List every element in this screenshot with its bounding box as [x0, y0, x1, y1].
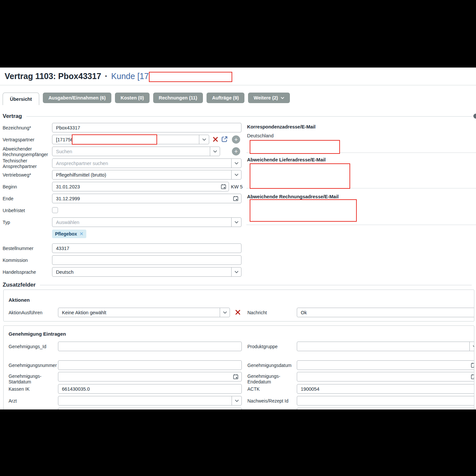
genehmigungsdatum-input[interactable]	[297, 360, 474, 370]
arzt-dropdown-button[interactable]	[232, 396, 242, 406]
field-label-kassen-ik: Kassen IK	[9, 386, 30, 392]
handelssprache-dropdown-button[interactable]	[231, 267, 241, 277]
typ-select[interactable]	[52, 217, 241, 227]
kassen-ik-input[interactable]	[58, 384, 242, 394]
chevron-down-icon	[202, 138, 206, 141]
aktion-ausfuehren-select[interactable]	[58, 308, 230, 317]
add-rechnungsempfaenger-button[interactable]: +	[232, 147, 240, 155]
calendar-icon	[471, 374, 474, 379]
tab-auftraege[interactable]: Aufträge (9)	[207, 93, 244, 103]
field-label-nachweis-rezept-id: Nachweis/Rezept Id	[247, 398, 289, 404]
bezeichnung-input[interactable]	[52, 123, 241, 132]
techn-ansprechpartner-dropdown-button[interactable]	[231, 158, 241, 168]
beginn-calendar-button[interactable]	[221, 184, 226, 189]
title-separator: ·	[105, 71, 107, 81]
app-window: Vertrag 1103: Pbox43317 · Kunde [171756]…	[0, 68, 476, 409]
section-divider	[40, 285, 472, 285]
arzt-select[interactable]	[58, 396, 242, 406]
chevron-down-icon	[473, 345, 474, 348]
startdatum-calendar-button[interactable]	[233, 374, 238, 379]
vertragspartner-dropdown-button[interactable]	[199, 135, 209, 144]
korrespondenz-country: Deutschland	[247, 133, 274, 138]
partial-input-left[interactable]	[58, 408, 242, 409]
page-header: Vertrag 1103: Pbox43317 · Kunde [171756]	[0, 68, 476, 85]
clear-aktion-button[interactable]	[235, 309, 241, 317]
field-label-abw-rechnungsempfaenger: Abweichender Rechnungsempfänger	[3, 146, 51, 157]
vertriebsweg-dropdown-button[interactable]	[231, 170, 241, 180]
section-header-vertrag: Vertrag	[3, 113, 472, 120]
tab-kosten[interactable]: Kosten (0)	[115, 93, 150, 103]
field-label-genehmigungsnummer: Genehmigungsnummer	[9, 363, 57, 368]
clear-x-icon	[212, 136, 218, 142]
calendar-icon	[233, 374, 238, 379]
tab-weitere[interactable]: Weitere (2)	[248, 93, 290, 103]
field-label-kommission: Kommission	[3, 258, 51, 263]
endedatum-calendar-button[interactable]	[471, 374, 474, 379]
field-label-handelssprache: Handelssprache	[3, 269, 51, 275]
field-label-genehmigungs-id: Genehmigungs_Id	[9, 344, 46, 350]
tab-uebersicht[interactable]: Übersicht	[3, 93, 39, 105]
redaction-box-rechnungsadresse	[250, 199, 357, 222]
genehmigung-panel-title: Genehmigung Eintragen	[9, 331, 66, 337]
nachricht-input[interactable]	[297, 308, 474, 317]
tag-label: Pflegebox	[55, 231, 77, 237]
kommission-input[interactable]	[52, 255, 241, 265]
produktgruppe-select[interactable]	[297, 342, 474, 351]
bestellnummer-input[interactable]	[52, 243, 241, 253]
typ-tag-pflegebox: Pflegebox ✕	[52, 230, 86, 238]
open-vertragspartner-button[interactable]	[221, 136, 228, 144]
field-label-actk: ACTK	[247, 386, 260, 392]
field-label-vertriebsweg: Vertriebsweg*	[3, 172, 51, 178]
handelssprache-select[interactable]	[52, 267, 241, 277]
remove-tag-icon[interactable]: ✕	[79, 231, 84, 237]
genehmigungs-id-input[interactable]	[58, 342, 242, 351]
genehmigungsnummer-input[interactable]	[58, 360, 242, 370]
add-vertragspartner-button[interactable]: +	[232, 135, 240, 144]
ende-calendar-button[interactable]	[233, 196, 238, 201]
ende-date-input[interactable]	[52, 194, 241, 203]
aktion-dropdown-button[interactable]	[220, 308, 230, 317]
address-divider	[246, 225, 476, 225]
nachweis-rezept-id-input[interactable]	[297, 396, 474, 406]
field-label-bezeichnung: Bezeichnung*	[3, 125, 51, 131]
chevron-down-icon	[235, 221, 238, 223]
section-divider	[26, 116, 472, 117]
chevron-down-icon	[213, 150, 217, 153]
field-label-bestellnummer: Bestellnummer	[3, 246, 51, 251]
field-label-vertragspartner: Vertragspartner	[3, 137, 51, 143]
redaction-box-lieferadresse	[250, 163, 350, 189]
tab-label: Kosten (0)	[121, 95, 144, 100]
actk-input[interactable]	[297, 384, 474, 394]
page-title: Vertrag 1103: Pbox43317	[5, 71, 101, 81]
genehmigungs-endedatum-input[interactable]	[297, 372, 474, 381]
clear-vertragspartner-button[interactable]	[212, 136, 218, 144]
chevron-down-icon	[223, 311, 227, 314]
abw-rechnungsempfaenger-input[interactable]	[52, 147, 220, 156]
tab-ausgaben-einnahmen[interactable]: Ausgaben/Einnahmen (6)	[43, 93, 111, 103]
tab-label: Rechnungen (11)	[159, 95, 197, 100]
field-label-techn-ansprechpartner: Technischer Ansprechpartner	[3, 158, 51, 169]
genehmigungsdatum-calendar-button[interactable]	[471, 362, 474, 368]
abw-rechnungsempfaenger-dropdown-button[interactable]	[210, 147, 220, 156]
field-label-nachricht: Nachricht	[247, 310, 267, 316]
vertriebsweg-select[interactable]	[52, 170, 241, 180]
partial-input-right[interactable]	[297, 408, 474, 409]
beginn-date-input[interactable]	[52, 182, 229, 191]
tab-label: Ausgaben/Einnahmen (6)	[48, 95, 106, 100]
tab-bar: Übersicht Ausgaben/Einnahmen (6) Kosten …	[3, 93, 290, 105]
unbefristet-checkbox[interactable]	[52, 207, 58, 213]
field-label-genehmigungsdatum: Genehmigungsdatum	[247, 363, 292, 368]
field-label-genehmigungs-endedatum: Genehmigungs-Endedatum	[247, 374, 290, 384]
field-label-genehmigungs-startdatum: Genehmigungs-Startdatum	[9, 374, 51, 384]
produktgruppe-dropdown-button[interactable]	[469, 342, 474, 351]
chevron-down-icon	[235, 271, 238, 273]
calendar-icon	[233, 196, 238, 201]
typ-dropdown-button[interactable]	[231, 217, 241, 227]
section-title: Vertrag	[3, 113, 22, 120]
tab-label: Übersicht	[10, 97, 32, 102]
techn-ansprechpartner-input[interactable]	[52, 158, 241, 168]
tab-rechnungen[interactable]: Rechnungen (11)	[153, 93, 203, 103]
chevron-down-icon	[235, 400, 239, 402]
section-collapse-button[interactable]	[473, 114, 476, 119]
genehmigungs-startdatum-input[interactable]	[58, 372, 242, 381]
